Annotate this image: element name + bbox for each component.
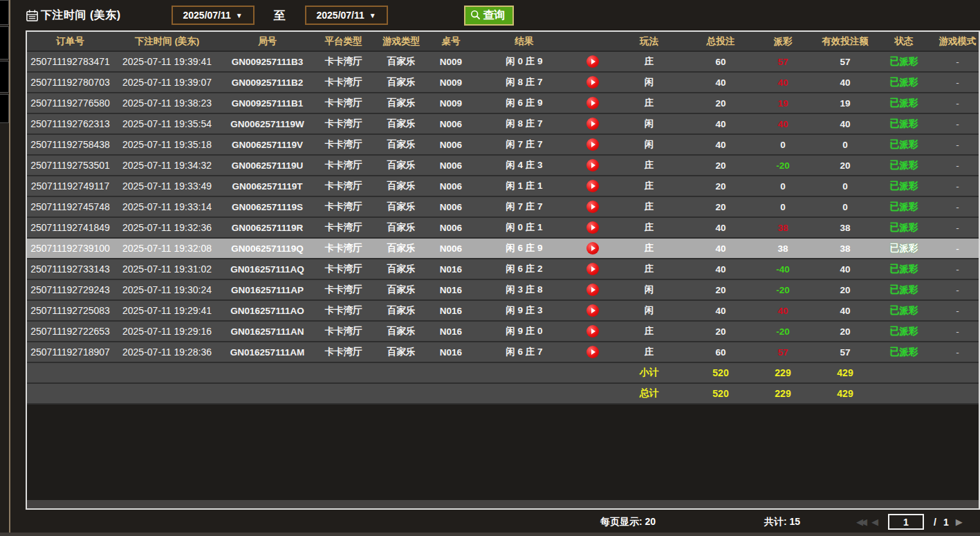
cell-valid-bet: 40 [813,72,877,93]
cell-payout: 19 [752,93,813,113]
table-row[interactable]: 250711192718907 2025-07-11 19:28:36 GN01… [27,342,980,362]
play-icon[interactable] [586,138,599,151]
first-page-icon[interactable]: ◀◀ [856,517,865,527]
play-icon[interactable] [586,97,599,109]
table-row[interactable]: 250711192741849 2025-07-11 19:32:36 GN00… [27,217,980,238]
play-icon[interactable] [586,284,599,296]
cell-valid-bet: 20 [813,279,877,300]
search-button[interactable]: 查询 [464,6,514,26]
play-icon[interactable] [586,159,599,172]
cell-platform: 卡卡湾厅 [314,93,373,113]
page-number-input[interactable] [888,514,924,530]
table-row[interactable]: 250711192780703 2025-07-11 19:39:07 GN00… [27,72,980,93]
left-edge-box [0,0,9,25]
calendar-icon [26,9,39,22]
play-icon[interactable] [586,263,599,275]
cell-result: 闲 1 庄 1 [472,176,576,196]
table-row[interactable]: 250711192762313 2025-07-11 19:35:54 GN00… [27,113,980,134]
total-payout: 229 [752,383,813,404]
cell-payout: 57 [752,342,813,362]
footer-bar: 每页显示: 20 共计: 15 ◀◀ ◀ / 1 ▶ [0,512,980,533]
play-icon[interactable] [586,325,599,338]
table-row[interactable]: 250711192722653 2025-07-11 19:29:16 GN01… [27,321,980,342]
cell-bet-type: 庄 [609,238,689,259]
date-from-select[interactable]: 2025/07/11 ▼ [172,6,255,25]
horizontal-scrollbar[interactable] [27,500,979,508]
cell-game-type: 百家乐 [373,51,429,72]
cell-game-type: 百家乐 [373,217,429,238]
play-icon[interactable] [586,118,599,130]
cell-round-id: GN0062571119W [221,113,314,134]
bets-table-grid: 订单号 下注时间 (美东) 局号 平台类型 游戏类型 桌号 结果 玩法 总投注 … [27,32,980,405]
play-icon[interactable] [586,346,599,358]
cell-platform: 卡卡湾厅 [314,72,373,93]
cell-replay [576,279,609,300]
cell-status: 已派彩 [877,300,931,321]
play-icon[interactable] [586,201,599,213]
cell-bet-time: 2025-07-11 19:31:02 [113,259,221,279]
table-row[interactable]: 250711192749117 2025-07-11 19:33:49 GN00… [27,176,980,196]
cell-game-type: 百家乐 [373,279,429,300]
table-row[interactable]: 250711192783471 2025-07-11 19:39:41 GN00… [27,51,980,72]
cell-replay [576,134,609,155]
cell-result: 闲 4 庄 3 [472,155,576,176]
cell-bet-time: 2025-07-11 19:32:36 [113,217,221,238]
bottom-edge-strip [0,533,980,536]
table-row[interactable]: 250711192739100 2025-07-11 19:32:08 GN00… [27,238,980,259]
cell-replay [576,238,609,259]
cell-replay [576,259,609,279]
cell-game-mode: - [931,300,980,321]
table-header: 订单号 下注时间 (美东) 局号 平台类型 游戏类型 桌号 结果 玩法 总投注 … [27,32,980,51]
page-count-slash: / [934,517,936,528]
table-row[interactable]: 250711192753501 2025-07-11 19:34:32 GN00… [27,155,980,176]
table-row[interactable]: 250711192733143 2025-07-11 19:31:02 GN01… [27,259,980,279]
cell-replay [576,113,609,134]
cell-status: 已派彩 [877,51,931,72]
cell-order: 250711192741849 [27,217,113,238]
next-page-icon[interactable]: ▶ [956,517,963,527]
play-icon[interactable] [586,76,599,89]
table-row[interactable]: 250711192776580 2025-07-11 19:38:23 GN00… [27,93,980,113]
cell-bet-type: 闲 [609,72,689,93]
cell-game-type: 百家乐 [373,259,429,279]
table-row[interactable]: 250711192745748 2025-07-11 19:33:14 GN00… [27,196,980,217]
cell-table-no: N016 [429,300,472,321]
cell-platform: 卡卡湾厅 [314,217,373,238]
page-root: 下注时间 (美东) 2025/07/11 ▼ 至 2025/07/11 ▼ 查询 [0,0,980,536]
cell-order: 250711192725083 [27,300,113,321]
cell-order: 250711192776580 [27,93,113,113]
date-to-select[interactable]: 2025/07/11 ▼ [305,6,388,25]
search-button-label: 查询 [483,8,506,23]
table-row[interactable]: 250711192758438 2025-07-11 19:35:18 GN00… [27,134,980,155]
cell-result: 闲 0 庄 1 [472,217,576,238]
cell-status: 已派彩 [877,196,931,217]
cell-total-bet: 40 [689,300,752,321]
cell-valid-bet: 38 [813,217,877,238]
col-header-totalbet: 总投注 [689,32,752,51]
cell-status: 已派彩 [877,342,931,362]
play-icon[interactable] [586,221,599,234]
cell-valid-bet: 57 [813,51,877,72]
table-body: 250711192783471 2025-07-11 19:39:41 GN00… [27,51,980,362]
prev-page-icon[interactable]: ◀ [871,517,878,527]
play-icon[interactable] [586,180,599,192]
cell-bet-time: 2025-07-11 19:34:32 [113,155,221,176]
play-icon[interactable] [586,242,599,255]
cell-bet-time: 2025-07-11 19:35:18 [113,134,221,155]
play-icon[interactable] [586,304,599,317]
table-row[interactable]: 250711192729243 2025-07-11 19:30:24 GN01… [27,279,980,300]
table-row[interactable]: 250711192725083 2025-07-11 19:29:41 GN01… [27,300,980,321]
play-icon[interactable] [586,55,599,68]
cell-order: 250711192753501 [27,155,113,176]
cell-order: 250711192762313 [27,113,113,134]
cell-total-bet: 20 [689,279,752,300]
cell-status: 已派彩 [877,176,931,196]
cell-round-id: GN009257111B3 [221,51,314,72]
cell-valid-bet: 19 [813,93,877,113]
cell-valid-bet: 40 [813,300,877,321]
col-header-bettype: 玩法 [609,32,689,51]
cell-payout: -20 [752,279,813,300]
subtotal-row: 小计 520 229 429 [27,362,980,383]
cell-game-type: 百家乐 [373,155,429,176]
cell-payout: 57 [752,51,813,72]
